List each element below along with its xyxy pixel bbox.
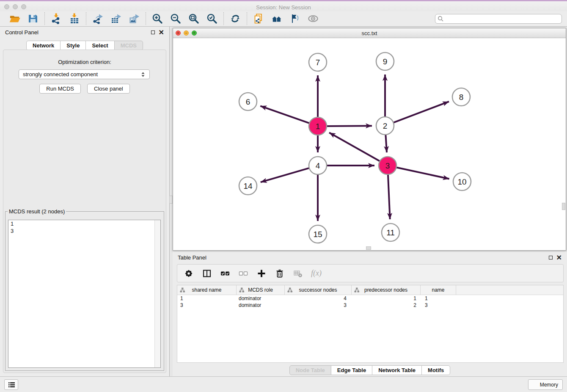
close-panel-button[interactable]: Close panel [87, 84, 130, 94]
clone-network-button[interactable] [253, 13, 264, 25]
run-mcds-button[interactable]: Run MCDS [39, 84, 81, 94]
close-table-panel-icon[interactable]: ✕ [556, 255, 562, 260]
vertical-scroll-thumb[interactable] [562, 203, 565, 210]
column-header-successor-nodes[interactable]: successor nodes [285, 285, 352, 295]
export-network-button[interactable] [92, 13, 104, 25]
zoom-fit-button[interactable] [188, 13, 200, 25]
column-header-mcds-role[interactable]: MCDS role [237, 285, 285, 295]
graph-node-label-2: 2 [383, 121, 388, 130]
edge-2-8[interactable] [393, 102, 449, 123]
column-type-icon [239, 287, 244, 293]
open-folder-icon [9, 13, 20, 24]
export-table-button[interactable] [110, 13, 122, 25]
select-all-button[interactable] [220, 268, 230, 279]
cell-predecessor-nodes[interactable]: 2 [352, 302, 421, 308]
search-input[interactable] [444, 15, 559, 22]
panel-splitter-handle[interactable] [169, 196, 173, 204]
network-window-title: scc.txt [173, 30, 566, 36]
edge-1-2[interactable] [326, 126, 372, 126]
zoom-out-button[interactable] [170, 13, 182, 25]
memory-label: Memory [540, 382, 558, 388]
zoom-selected-button[interactable] [206, 13, 218, 25]
import-table-button[interactable] [69, 13, 80, 25]
houses-button[interactable] [271, 13, 283, 25]
tab-mcds[interactable]: MCDS [114, 41, 143, 50]
cell-mcds-role[interactable]: dominator [237, 302, 285, 308]
search-icon [438, 16, 444, 22]
import-network-icon [51, 13, 62, 24]
search-box[interactable] [435, 14, 562, 24]
open-session-button[interactable] [9, 13, 21, 25]
table-header-row: shared name MCDS role successor nodes pr… [177, 285, 563, 295]
table-row[interactable]: 1 dominator 4 1 1 [177, 295, 563, 302]
horizontal-scroll-thumb[interactable] [366, 246, 371, 250]
column-type-icon [180, 287, 185, 293]
delete-table-button [293, 268, 303, 279]
mcds-result-item[interactable]: 1 [8, 220, 160, 227]
split-panel-button[interactable] [202, 268, 212, 279]
network-canvas[interactable]: 1234678910111415 [173, 38, 566, 250]
flag-button[interactable] [289, 13, 301, 25]
tab-select[interactable]: Select [85, 41, 114, 50]
result-scrollbar[interactable] [154, 220, 160, 367]
add-column-button[interactable] [256, 268, 267, 279]
tab-motifs[interactable]: Motifs [421, 365, 450, 375]
mcds-result-item[interactable]: 3 [8, 227, 160, 235]
float-panel-icon[interactable] [151, 30, 155, 34]
cell-shared-name[interactable]: 3 [177, 302, 237, 308]
graph-node-label-14: 14 [243, 182, 253, 190]
edge-3-11[interactable] [388, 174, 390, 219]
edge-3-1[interactable] [329, 133, 380, 161]
control-panel-title: Control Panel [5, 29, 39, 36]
task-history-button[interactable] [4, 379, 18, 390]
criterion-dropdown[interactable]: strongly connected component [19, 69, 150, 79]
deselect-all-button[interactable] [238, 268, 248, 279]
status-bar: Memory [0, 376, 567, 392]
tab-node-table[interactable]: Node Table [289, 365, 331, 375]
save-session-button[interactable] [27, 13, 39, 25]
delete-table-icon [293, 269, 303, 278]
tab-edge-table[interactable]: Edge Table [331, 365, 372, 375]
graph-node-label-11: 11 [386, 228, 395, 237]
edge-3-10[interactable] [396, 167, 449, 179]
zoom-fit-icon [188, 13, 199, 24]
network-window-titlebar[interactable]: × − + scc.txt [173, 28, 566, 38]
import-network-button[interactable] [50, 13, 62, 25]
mcds-result-list[interactable]: 1 3 [8, 220, 161, 368]
table-row[interactable]: 3 dominator 3 2 3 [177, 302, 563, 309]
refresh-button[interactable] [229, 13, 241, 25]
close-panel-icon[interactable]: ✕ [159, 30, 164, 35]
tab-style[interactable]: Style [60, 41, 86, 50]
zoom-in-icon [152, 13, 163, 24]
network-minimize-button[interactable]: − [184, 30, 189, 36]
cell-shared-name[interactable]: 1 [177, 295, 237, 301]
table-settings-button[interactable] [184, 268, 194, 279]
network-close-button[interactable]: × [176, 30, 181, 36]
network-maximize-button[interactable]: + [192, 30, 197, 36]
cell-mcds-role[interactable]: dominator [237, 295, 285, 301]
float-table-panel-icon[interactable] [549, 256, 553, 259]
edge-4-14[interactable] [261, 168, 310, 182]
cell-predecessor-nodes[interactable]: 1 [352, 295, 421, 301]
cell-successor-nodes[interactable]: 3 [285, 302, 352, 308]
column-header-shared-name[interactable]: shared name [177, 285, 237, 295]
tab-network[interactable]: Network [26, 41, 61, 50]
zoom-out-icon [170, 13, 181, 24]
graph-node-label-4: 4 [316, 161, 320, 170]
cell-name[interactable]: 1 [421, 295, 456, 301]
delete-column-button[interactable] [275, 268, 285, 279]
memory-button[interactable]: Memory [528, 379, 563, 390]
cell-successor-nodes[interactable]: 4 [285, 295, 352, 301]
unchecked-boxes-icon [239, 269, 248, 278]
function-builder-button: f(x) [311, 268, 322, 279]
zoom-in-button[interactable] [151, 13, 163, 25]
graph-node-label-1: 1 [316, 122, 320, 131]
cell-name[interactable]: 3 [421, 302, 456, 308]
network-graph[interactable]: 1234678910111415 [173, 38, 566, 250]
edge-1-6[interactable] [260, 106, 310, 123]
edge-2-3[interactable] [385, 134, 387, 152]
column-header-name[interactable]: name [421, 285, 456, 295]
export-image-button[interactable] [128, 13, 140, 25]
tab-network-table[interactable]: Network Table [372, 365, 422, 375]
column-header-predecessor-nodes[interactable]: predecessor nodes [352, 285, 421, 295]
